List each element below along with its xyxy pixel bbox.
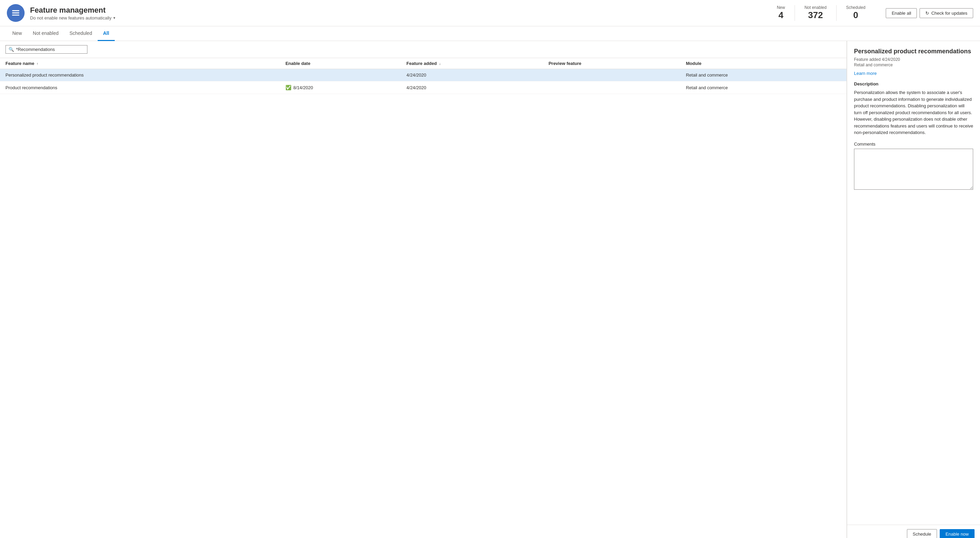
search-wrapper: 🔍 [5, 45, 88, 54]
svg-rect-1 [12, 12, 19, 13]
stat-scheduled: Scheduled 0 [837, 5, 875, 21]
cell-preview-feature [543, 69, 680, 81]
cell-enable-date [280, 69, 401, 81]
detail-description: Personalization allows the system to ass… [854, 89, 973, 136]
table-scroll[interactable]: Feature name ↑ Enable date Feature added… [0, 58, 846, 538]
detail-feature-added: Feature added 4/24/2020 [854, 57, 973, 62]
main-content: 🔍 Feature name ↑ Enable date [0, 41, 980, 538]
stat-new-label: New [777, 5, 785, 10]
cell-preview-feature [543, 81, 680, 94]
search-icon: 🔍 [8, 47, 14, 52]
sort-icon-name: ↑ [37, 62, 38, 65]
cell-enable-date: ✅8/14/2020 [280, 81, 401, 94]
search-input[interactable] [16, 47, 84, 52]
cell-module: Retail and commerce [681, 69, 846, 81]
learn-more-link[interactable]: Learn more [854, 71, 877, 76]
page-title: Feature management [30, 6, 762, 15]
table-header-row: Feature name ↑ Enable date Feature added… [0, 58, 846, 69]
title-block: Feature management Do not enable new fea… [30, 6, 762, 21]
stat-scheduled-label: Scheduled [846, 5, 865, 10]
cell-feature-added: 4/24/2020 [401, 69, 543, 81]
check-updates-button[interactable]: ↻ Check for updates [920, 8, 973, 18]
header-actions: Enable all ↻ Check for updates [886, 8, 973, 18]
col-module[interactable]: Module [681, 58, 846, 69]
stat-new-value: 4 [777, 10, 785, 21]
tabs-bar: New Not enabled Scheduled All [0, 26, 980, 41]
col-feature-added[interactable]: Feature added ↓ [401, 58, 543, 69]
stat-not-enabled: Not enabled 372 [795, 5, 837, 21]
table-row[interactable]: Product recommendations✅8/14/20204/24/20… [0, 81, 846, 94]
chevron-down-icon: ▾ [113, 16, 115, 20]
svg-rect-2 [12, 15, 19, 16]
tab-all[interactable]: All [98, 26, 115, 41]
schedule-button[interactable]: Schedule [907, 529, 937, 538]
cell-feature-added: 4/24/2020 [401, 81, 543, 94]
feature-table: Feature name ↑ Enable date Feature added… [0, 58, 846, 94]
stat-new: New 4 [767, 5, 795, 21]
stats-block: New 4 Not enabled 372 Scheduled 0 [767, 5, 875, 21]
check-updates-label: Check for updates [931, 11, 967, 16]
enabled-check-icon: ✅ [285, 85, 291, 90]
col-enable-date[interactable]: Enable date [280, 58, 401, 69]
tab-scheduled[interactable]: Scheduled [64, 26, 98, 41]
refresh-icon: ↻ [925, 11, 929, 16]
table-row[interactable]: Personalized product recommendations4/24… [0, 69, 846, 81]
detail-content: Personalized product recommendations Fea… [847, 41, 980, 525]
stat-not-enabled-label: Not enabled [805, 5, 827, 10]
page-header: Feature management Do not enable new fea… [0, 0, 980, 26]
left-panel: 🔍 Feature name ↑ Enable date [0, 41, 847, 538]
detail-title: Personalized product recommendations [854, 48, 973, 55]
subtitle-dropdown[interactable]: Do not enable new features automatically… [30, 15, 762, 21]
right-panel: Personalized product recommendations Fea… [847, 41, 980, 538]
subtitle-text: Do not enable new features automatically [30, 15, 111, 21]
comments-textarea[interactable] [854, 149, 973, 190]
cell-feature-name: Personalized product recommendations [0, 69, 280, 81]
logo-icon [11, 8, 21, 18]
app-logo [7, 4, 25, 22]
detail-module: Retail and commerce [854, 62, 973, 67]
stat-not-enabled-value: 372 [805, 10, 827, 21]
tab-new[interactable]: New [7, 26, 27, 41]
col-feature-name[interactable]: Feature name ↑ [0, 58, 280, 69]
cell-feature-name: Product recommendations [0, 81, 280, 94]
svg-rect-0 [12, 10, 19, 11]
stat-scheduled-value: 0 [846, 10, 865, 21]
sort-icon-added: ↓ [439, 62, 441, 65]
cell-module: Retail and commerce [681, 81, 846, 94]
description-section-title: Description [854, 81, 973, 86]
right-panel-footer: Schedule Enable now [847, 525, 980, 538]
enable-all-button[interactable]: Enable all [886, 8, 917, 18]
tab-not-enabled[interactable]: Not enabled [27, 26, 64, 41]
search-bar: 🔍 [0, 41, 846, 58]
col-preview-feature[interactable]: Preview feature [543, 58, 680, 69]
comments-label: Comments [854, 142, 973, 147]
enable-now-button[interactable]: Enable now [940, 529, 975, 538]
